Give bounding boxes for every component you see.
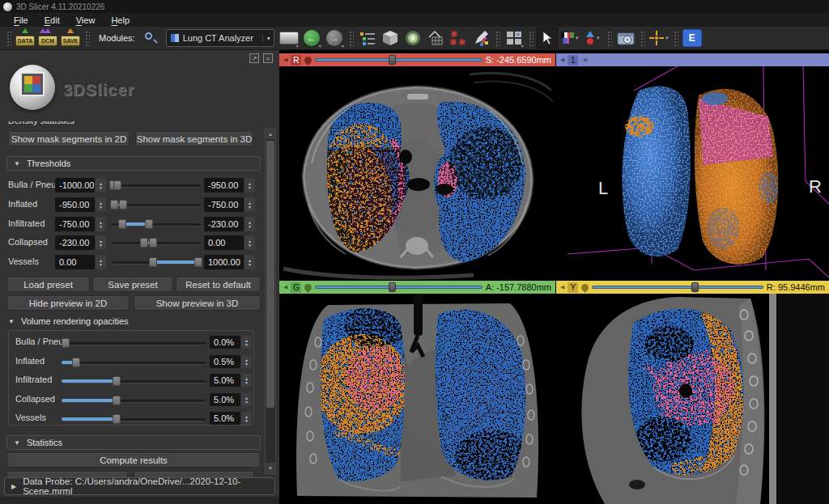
yellow-slice-badge[interactable]: Y (568, 282, 578, 293)
layout-selector-button[interactable]: ▾ (504, 28, 525, 49)
thresholds-section-header[interactable]: ▼ Thresholds (6, 156, 261, 171)
opacity-slider[interactable] (62, 374, 206, 388)
spinbox-arrows[interactable]: ▲▼ (241, 355, 252, 368)
screenshot-button[interactable] (615, 28, 636, 49)
spinbox-arrows[interactable]: ▲▼ (96, 217, 106, 231)
module-volume-rendering-button[interactable] (402, 28, 423, 49)
yellow-slice-slider[interactable] (592, 282, 763, 293)
show-mask-3d-button[interactable]: Show mask segments in 3D (135, 131, 253, 146)
spinbox-arrows[interactable]: ▲▼ (244, 197, 255, 212)
interaction-mode-button[interactable] (537, 28, 558, 49)
spinbox-arrows[interactable]: ▲▼ (96, 235, 106, 250)
sagittal-slice-view[interactable] (556, 294, 829, 504)
toolbar-grip[interactable] (528, 30, 534, 46)
crosshair-button[interactable]: ▾ (648, 28, 670, 49)
hide-preview-2d-button[interactable]: Hide preview in 2D (6, 295, 130, 311)
threshold-min-field[interactable]: -750.00 (55, 217, 95, 231)
collapse-icon[interactable]: ◀ (560, 57, 564, 63)
toolbar-grip[interactable] (84, 30, 90, 46)
show-mask-2d-button[interactable]: Show mask segments in 2D (8, 131, 130, 146)
threshold-min-field[interactable]: -230.00 (55, 235, 95, 250)
load-data-button[interactable]: DATA (15, 28, 36, 49)
green-slice-badge[interactable]: G (291, 282, 301, 293)
save-preset-button[interactable]: Save preset (92, 277, 173, 292)
threshold-range-slider[interactable] (112, 217, 201, 231)
toolbar-grip[interactable] (640, 30, 645, 46)
module-history-button[interactable]: ▾ (278, 28, 300, 49)
pin-icon[interactable] (304, 55, 314, 66)
toolbar-grip[interactable] (6, 30, 11, 46)
threeD-view[interactable]: L R (556, 66, 829, 280)
reset-default-button[interactable]: Reset to default (176, 277, 261, 292)
module-search-button[interactable] (141, 29, 162, 47)
pin-icon[interactable] (304, 282, 314, 293)
opacity-slider[interactable] (62, 355, 206, 370)
undock-panel-icon[interactable]: ↗ (249, 53, 259, 63)
threshold-max-field[interactable]: -750.00 (204, 197, 244, 212)
module-transforms-button[interactable] (448, 28, 469, 49)
threshold-max-field[interactable]: 0.00 (204, 235, 244, 250)
spinbox-arrows[interactable]: ▲▼ (96, 197, 106, 212)
dicom-button[interactable]: DCM (37, 28, 58, 49)
threshold-min-field[interactable]: -1000.00 (55, 178, 95, 193)
module-back-button[interactable]: ←▾ (301, 28, 322, 49)
opacity-slider[interactable] (62, 336, 206, 350)
spinbox-arrows[interactable]: ▲▼ (241, 374, 252, 387)
threshold-max-field[interactable]: -950.00 (204, 178, 244, 193)
spinbox-arrows[interactable]: ▲▼ (241, 393, 252, 406)
save-button[interactable]: SAVE (60, 28, 81, 49)
spinbox-arrows[interactable]: ▲▼ (241, 412, 252, 425)
module-selector[interactable]: Lung CT Analyzer ▾ (166, 29, 274, 47)
spinbox-arrows[interactable]: ▲▼ (241, 336, 252, 349)
spinbox-arrows[interactable]: ▲▼ (96, 255, 106, 269)
extensions-manager-button[interactable]: E (682, 28, 703, 49)
threshold-range-slider[interactable] (112, 178, 201, 193)
opacity-value-field[interactable]: 5.0% (210, 393, 240, 406)
threshold-range-slider[interactable] (112, 235, 201, 250)
toolbar-grip[interactable] (606, 30, 612, 46)
module-data-button[interactable] (357, 28, 378, 49)
coronal-slice-view[interactable] (279, 294, 555, 504)
red-slice-badge[interactable]: R (291, 55, 301, 66)
toolbar-grip[interactable] (673, 30, 678, 46)
compute-results-button[interactable]: Compute results (6, 452, 261, 468)
toolbar-grip[interactable] (495, 30, 500, 46)
menu-file[interactable]: File (6, 15, 36, 26)
opacity-slider[interactable] (62, 393, 206, 408)
toolbar-grip[interactable] (348, 30, 354, 46)
load-preset-button[interactable]: Load preset (6, 277, 90, 292)
collapse-icon[interactable]: ◀ (283, 284, 287, 290)
module-forward-button[interactable]: →▾ (324, 28, 345, 49)
threshold-max-field[interactable]: -230.00 (204, 217, 244, 231)
opacity-value-field[interactable]: 5.0% (210, 412, 240, 425)
collapse-icon[interactable]: ◀ (560, 284, 564, 290)
opacity-value-field[interactable]: 0.0% (210, 336, 240, 349)
module-segment-editor-button[interactable] (470, 28, 491, 49)
collapse-icon[interactable]: ◀ (283, 57, 287, 63)
scroll-up-icon[interactable]: ▲ (266, 129, 275, 139)
spinbox-arrows[interactable]: ▲▼ (244, 217, 255, 231)
place-point-button[interactable]: ▾ (582, 28, 603, 49)
show-preview-3d-button[interactable]: Show preview in 3D (134, 295, 261, 311)
threshold-range-slider[interactable] (112, 255, 201, 269)
menu-help[interactable]: Help (104, 15, 137, 26)
pin-icon[interactable] (580, 282, 591, 293)
threshold-max-field[interactable]: 1000.00 (204, 255, 244, 269)
threeD-view-badge[interactable]: 1 (568, 55, 578, 66)
panel-scrollbar[interactable]: ▲ ▼ (265, 128, 276, 474)
threshold-min-field[interactable]: 0.00 (55, 255, 95, 269)
module-volumes-button[interactable] (380, 28, 401, 49)
spinbox-arrows[interactable]: ▲▼ (244, 178, 255, 193)
spinbox-arrows[interactable]: ▲▼ (244, 235, 255, 250)
scroll-down-icon[interactable]: ▼ (266, 463, 275, 473)
spinbox-arrows[interactable]: ▲▼ (96, 178, 106, 193)
center-view-icon[interactable]: ☀ (581, 56, 589, 65)
opacity-value-field[interactable]: 0.5% (210, 355, 240, 368)
data-probe-bar[interactable]: ▶ Data Probe: C:/Users/andra/OneDrive/..… (4, 477, 275, 495)
opacity-value-field[interactable]: 5.0% (210, 374, 240, 387)
menu-view[interactable]: View (69, 15, 103, 26)
window-level-button[interactable]: ▾ (559, 28, 580, 49)
spinbox-arrows[interactable]: ▲▼ (244, 255, 255, 269)
threshold-range-slider[interactable] (112, 197, 201, 212)
opacities-section-header[interactable]: ▼ Volume rendering opacities (8, 316, 129, 326)
